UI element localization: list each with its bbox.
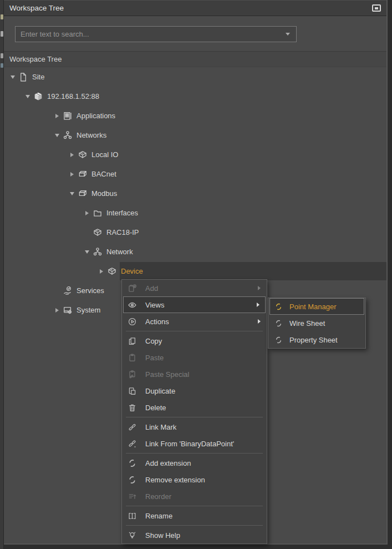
link-from-icon: [128, 439, 137, 449]
submenu-item-label: Wire Sheet: [289, 319, 325, 328]
menu-item-duplicate[interactable]: Duplicate: [122, 382, 267, 399]
tree-item-label: Local IO: [91, 150, 118, 159]
menu-item-paste: Paste: [122, 349, 267, 366]
menu-item-rename[interactable]: Rename: [122, 507, 267, 524]
copy-icon: [128, 336, 137, 346]
extension-icon: [128, 475, 137, 485]
menu-item-label: Show Help: [145, 531, 180, 540]
tree-item-applications[interactable]: Applications: [4, 106, 386, 125]
menu-separator: [126, 506, 263, 506]
tree-item-label: Network: [106, 248, 133, 256]
workspace-tree-window: Workspace Tree Workspace Tree Site192.16…: [0, 0, 392, 549]
menu-item-label: Duplicate: [145, 387, 175, 395]
menu-item-show-help[interactable]: Show Help: [122, 527, 267, 543]
play-circle-icon: [128, 317, 137, 326]
menu-item-label: Reorder: [145, 492, 171, 501]
tree-item-label: RAC18-IP: [106, 228, 139, 236]
menu-separator: [126, 525, 263, 526]
tree-item-bacnet[interactable]: BACnet: [4, 164, 386, 184]
menu-item-add: Add: [122, 280, 267, 296]
box-3d-icon: [78, 189, 88, 199]
tree-item-device[interactable]: Device: [4, 261, 386, 281]
menu-item-label: Rename: [145, 512, 172, 520]
menu-item-link-from-binarydatapoint[interactable]: Link From 'BinaryDataPoint': [122, 435, 267, 452]
tree-item-networks[interactable]: Networks: [4, 125, 386, 145]
menu-item-remove-extension[interactable]: Remove extension: [122, 471, 267, 488]
document-icon: [18, 72, 28, 82]
expander-icon[interactable]: [83, 248, 91, 256]
expander-icon[interactable]: [68, 150, 77, 159]
expander-spacer: [53, 286, 62, 295]
help-bulb-icon: [128, 531, 137, 540]
submenu-item-point-manager[interactable]: Point Manager: [269, 298, 364, 315]
menu-item-add-extension[interactable]: Add extension: [122, 455, 267, 471]
menu-item-delete[interactable]: Delete: [122, 399, 267, 416]
menu-item-views[interactable]: Views: [123, 296, 266, 313]
expander-spacer: [83, 228, 91, 237]
trash-icon: [128, 403, 137, 412]
tree-item-label: Modbus: [91, 189, 117, 198]
views-submenu: Point ManagerWire SheetProperty Sheet: [268, 298, 366, 349]
expander-icon[interactable]: [23, 92, 32, 101]
tree-item-site[interactable]: Site: [4, 67, 386, 87]
submenu-arrow-icon: [258, 286, 261, 290]
tree-item-interfaces[interactable]: Interfaces: [4, 203, 386, 223]
tree-item-label: System: [77, 306, 100, 314]
tree-item-network[interactable]: Network: [4, 242, 386, 261]
panel-titlebar: Workspace Tree: [4, 0, 386, 16]
eye-icon: [128, 300, 137, 310]
tree-item-rac18-ip[interactable]: RAC18-IP: [4, 223, 386, 242]
expander-icon[interactable]: [53, 306, 62, 315]
submenu-arrow-icon: [258, 319, 261, 324]
chevron-down-icon[interactable]: [286, 33, 290, 36]
submenu-item-label: Point Manager: [289, 303, 337, 311]
tree-item-label: Interfaces: [106, 209, 138, 217]
submenu-item-label: Property Sheet: [289, 336, 338, 344]
expander-icon[interactable]: [53, 112, 62, 120]
device-cube-icon: [78, 150, 88, 160]
menu-item-label: Add extension: [145, 459, 191, 467]
menu-item-label: Delete: [145, 404, 166, 412]
menu-item-label: Remove extension: [145, 476, 205, 484]
window-float-icon[interactable]: [372, 4, 381, 12]
menu-item-link-mark[interactable]: Link Mark: [122, 419, 267, 435]
tree-header: Workspace Tree: [4, 52, 386, 67]
expander-icon[interactable]: [8, 73, 17, 82]
network-icon: [63, 130, 73, 140]
extension-icon: [274, 303, 283, 311]
left-strip-fragment: [1, 31, 3, 37]
menu-item-label: Link Mark: [145, 423, 176, 431]
services-icon: [63, 286, 73, 296]
extension-icon: [274, 319, 283, 328]
menu-separator: [126, 453, 263, 454]
tree-item-192-168-1-52-88[interactable]: 192.168.1.52:88: [4, 87, 386, 106]
tree-item-label: Applications: [77, 112, 115, 120]
search-combobox[interactable]: [15, 26, 297, 42]
left-strip-fragment: [1, 14, 3, 19]
tree-item-local-io[interactable]: Local IO: [4, 145, 386, 164]
submenu-item-property-sheet[interactable]: Property Sheet: [268, 331, 365, 348]
menu-item-reorder: Reorder: [122, 488, 267, 505]
network-icon: [93, 247, 103, 257]
menu-item-actions[interactable]: Actions: [122, 313, 267, 330]
search-input[interactable]: [16, 30, 286, 38]
search-section: [4, 16, 386, 52]
left-edge-strip: [0, 0, 4, 549]
expander-icon[interactable]: [83, 209, 91, 218]
expander-icon[interactable]: [97, 267, 106, 276]
device-cube-icon: [93, 228, 103, 238]
menu-item-label: Actions: [145, 318, 169, 326]
submenu-arrow-icon: [257, 303, 259, 307]
menu-item-label: Add: [145, 284, 158, 293]
box-3d-icon: [78, 169, 88, 179]
submenu-item-wire-sheet[interactable]: Wire Sheet: [268, 315, 365, 331]
tree-item-label: BACnet: [91, 170, 116, 178]
menu-item-label: Copy: [145, 337, 162, 345]
menu-item-copy[interactable]: Copy: [122, 333, 267, 349]
tree-item-modbus[interactable]: Modbus: [4, 184, 386, 203]
expander-icon[interactable]: [53, 131, 62, 140]
expander-icon[interactable]: [68, 170, 77, 179]
menu-item-label: Link From 'BinaryDataPoint': [145, 440, 234, 448]
device-cube-icon: [107, 266, 117, 276]
expander-icon[interactable]: [68, 189, 77, 198]
